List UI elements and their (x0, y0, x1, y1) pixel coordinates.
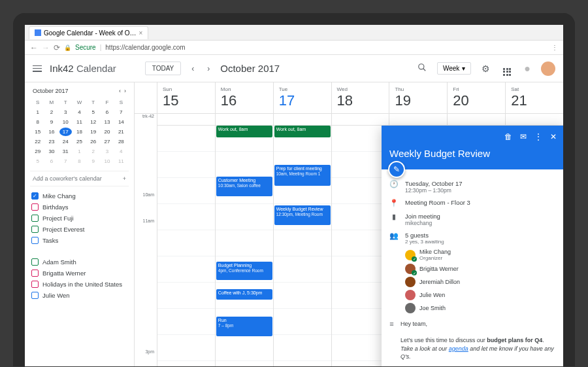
mini-cal-day[interactable]: 25 (73, 137, 86, 146)
mini-cal-day[interactable]: 5 (31, 157, 44, 166)
tab-close-icon[interactable]: × (139, 29, 143, 37)
mini-cal-day[interactable]: 6 (101, 108, 113, 116)
calendar-item[interactable]: Julie Wen (30, 290, 129, 301)
calendar-item[interactable]: Adam Smith (30, 256, 129, 268)
close-icon[interactable]: ✕ (550, 132, 557, 141)
mini-cal-day[interactable]: 26 (87, 137, 99, 146)
next-week-icon[interactable]: › (204, 64, 212, 73)
calendar-event[interactable]: Work out, 8am (274, 126, 331, 137)
mini-cal-day[interactable]: 4 (115, 147, 127, 156)
calendar-item[interactable]: Project Everest (30, 224, 129, 235)
day-header[interactable]: Thu19 (389, 82, 447, 113)
calendar-checkbox[interactable] (31, 237, 39, 244)
forward-icon[interactable]: → (42, 43, 50, 52)
calendar-event[interactable]: Coffee with J, 5:30pm (216, 289, 272, 300)
mini-cal-day[interactable]: 7 (115, 108, 127, 116)
back-icon[interactable]: ← (30, 43, 38, 52)
calendar-checkbox[interactable] (31, 292, 39, 299)
mini-cal-day[interactable]: 8 (73, 157, 86, 166)
mini-cal-day[interactable]: 1 (73, 147, 86, 156)
mini-calendar[interactable]: SMTWTFS 12345678910111213141516171819202… (30, 97, 129, 167)
reload-icon[interactable]: ⟳ (54, 43, 60, 52)
calendar-item[interactable]: Holidays in the United States (30, 279, 129, 290)
mini-cal-day[interactable]: 12 (87, 118, 99, 126)
calendar-event[interactable]: Work out, 8am (216, 126, 272, 137)
calendar-item[interactable]: Brigatta Werner (30, 268, 129, 279)
mini-cal-day[interactable]: 19 (87, 128, 99, 136)
view-selector[interactable]: Week▾ (437, 62, 471, 75)
calendar-checkbox[interactable] (31, 192, 39, 200)
mini-cal-day[interactable]: 17 (59, 128, 72, 136)
mini-prev-icon[interactable]: ‹ (119, 88, 121, 94)
mini-cal-day[interactable]: 1 (31, 108, 44, 116)
mini-cal-day[interactable]: 5 (87, 108, 99, 116)
calendar-checkbox[interactable] (31, 281, 39, 288)
calendar-item[interactable]: Mike Chang (30, 190, 129, 201)
join-meeting-link[interactable]: Join meeting (405, 213, 440, 220)
mini-cal-day[interactable]: 20 (101, 128, 113, 136)
mini-cal-day[interactable]: 2 (87, 147, 99, 156)
mini-cal-day[interactable]: 9 (45, 118, 57, 126)
day-header[interactable]: Mon16 (215, 82, 273, 113)
browser-tab[interactable]: Google Calendar - Week of O… × (29, 26, 148, 39)
calendar-item[interactable]: Birthdays (30, 201, 129, 213)
calendar-event[interactable]: Customer Meeting10:30am, Salon coffee (216, 177, 272, 196)
mini-cal-day[interactable]: 13 (101, 118, 113, 126)
prev-week-icon[interactable]: ‹ (189, 64, 197, 73)
mini-cal-day[interactable]: 23 (45, 137, 57, 146)
mini-cal-day[interactable]: 24 (59, 137, 72, 146)
mini-cal-day[interactable]: 11 (73, 118, 86, 126)
mini-cal-day[interactable]: 15 (31, 128, 44, 136)
mail-icon[interactable]: ✉ (520, 132, 527, 141)
agenda-link[interactable]: agenda (449, 345, 468, 352)
mini-cal-day[interactable]: 27 (101, 137, 113, 146)
more-icon[interactable]: ⋮ (534, 132, 542, 141)
today-button[interactable]: TODAY (145, 61, 182, 75)
day-header[interactable]: Sat21 (505, 82, 563, 113)
calendar-checkbox[interactable] (31, 226, 39, 233)
apps-grid-icon[interactable] (500, 61, 514, 76)
gear-icon[interactable]: ⚙ (479, 63, 493, 74)
edit-button[interactable]: ✎ (388, 161, 405, 178)
plus-icon[interactable]: + (123, 175, 126, 182)
day-header[interactable]: Fri20 (447, 82, 505, 113)
mini-cal-day[interactable]: 6 (45, 157, 57, 166)
day-header[interactable]: Sun15 (157, 82, 215, 113)
mini-cal-day[interactable]: 30 (45, 147, 57, 156)
calendar-checkbox[interactable] (31, 215, 39, 222)
mini-cal-day[interactable]: 16 (45, 128, 57, 136)
day-header[interactable]: Wed18 (331, 82, 389, 113)
mini-cal-day[interactable]: 14 (115, 118, 127, 126)
mini-next-icon[interactable]: › (124, 88, 126, 94)
delete-icon[interactable]: 🗑 (504, 132, 512, 141)
mini-cal-day[interactable]: 7 (59, 157, 72, 166)
mini-cal-day[interactable]: 31 (59, 147, 72, 156)
day-header[interactable]: Tue17 (273, 82, 331, 113)
mini-cal-day[interactable]: 18 (73, 128, 86, 136)
add-calendar-input[interactable]: Add a coworker's calendar + (30, 171, 129, 186)
search-icon[interactable] (415, 63, 429, 74)
url[interactable]: https://calendar.google.com (105, 44, 185, 51)
mini-cal-day[interactable]: 2 (45, 108, 57, 116)
calendar-item[interactable]: Tasks (30, 235, 129, 246)
calendar-event[interactable]: Budget Planning4pm, Conference Room (216, 262, 272, 280)
calendar-event[interactable]: Run7 – 8pm (216, 317, 272, 336)
menu-icon[interactable] (33, 65, 42, 72)
mini-cal-day[interactable]: 22 (31, 137, 44, 146)
mini-cal-day[interactable]: 10 (101, 157, 113, 166)
mini-cal-day[interactable]: 9 (87, 157, 99, 166)
calendar-item[interactable]: Project Fuji (30, 213, 129, 224)
notifications-icon[interactable]: ● (521, 63, 533, 75)
mini-cal-day[interactable]: 10 (59, 118, 72, 126)
calendar-checkbox[interactable] (31, 258, 39, 266)
mini-cal-day[interactable]: 8 (31, 118, 44, 126)
mini-cal-day[interactable]: 3 (59, 108, 72, 116)
mini-cal-day[interactable]: 21 (115, 128, 127, 136)
user-avatar[interactable] (541, 61, 555, 76)
mini-cal-day[interactable]: 29 (31, 147, 44, 156)
calendar-event[interactable]: Weekly Budget Review12:30pm, Meeting Roo… (274, 205, 331, 225)
calendar-checkbox[interactable] (31, 203, 39, 211)
mini-cal-day[interactable]: 4 (73, 108, 86, 116)
mini-cal-day[interactable]: 11 (115, 157, 127, 166)
calendar-checkbox[interactable] (31, 270, 39, 277)
